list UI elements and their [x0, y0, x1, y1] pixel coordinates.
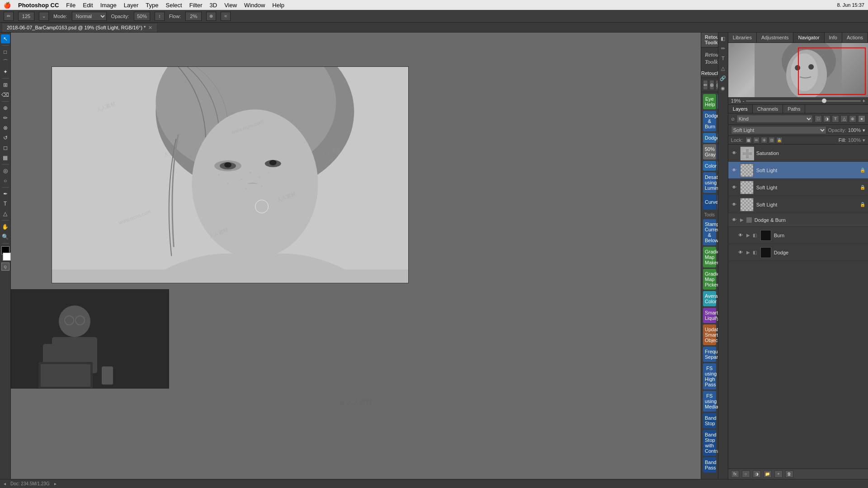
healing-icon-btn[interactable]: ⊕ — [709, 80, 714, 90]
menu-file[interactable]: File — [66, 2, 75, 9]
gradient-tool[interactable]: ▦ — [1, 153, 10, 162]
path-tool[interactable]: △ — [1, 209, 10, 218]
layer-visibility-softlight3[interactable]: 👁 — [731, 202, 737, 208]
clone-tool[interactable]: ⊗ — [1, 123, 10, 132]
tab-actions[interactable]: Actions — [842, 33, 868, 42]
desaturate-btn[interactable]: Desaturate using Luminosity — [703, 172, 716, 193]
menu-select[interactable]: Select — [165, 2, 182, 9]
filter-type-icon[interactable]: T — [832, 115, 839, 122]
layer-delete-btn[interactable]: 🗑 — [785, 470, 793, 478]
magic-wand-tool[interactable]: ✦ — [1, 67, 10, 76]
document-tab[interactable]: 2018-06-07_BarCamp0163.psd @ 19% (Soft L… — [2, 23, 157, 32]
layer-visibility-saturation[interactable]: 👁 — [731, 150, 737, 156]
layer-folder-btn[interactable]: 📁 — [764, 470, 772, 478]
tab-navigator[interactable]: Navigator — [793, 33, 824, 42]
airbrush-btn[interactable]: ⊕ — [206, 12, 216, 21]
layer-item-burn[interactable]: 👁 ▶ ◧ Burn — [728, 227, 868, 244]
eraser-tool[interactable]: ◻ — [1, 143, 10, 152]
ps-icon-brush[interactable]: ✏ — [719, 44, 727, 52]
crop-tool[interactable]: ⊞ — [1, 80, 10, 89]
layer-filter-select[interactable]: Kind — [736, 115, 813, 123]
blend-mode-select[interactable]: Soft Light Normal Multiply Screen — [731, 126, 826, 134]
frequency-sep-btn[interactable]: Frequency Separation — [703, 347, 716, 362]
layer-visibility-dodge-burn[interactable]: 👁 — [731, 217, 737, 223]
layer-group-dodge-burn[interactable]: 👁 ▶ Dodge & Burn — [728, 213, 868, 227]
tab-paths[interactable]: Paths — [783, 105, 805, 113]
nav-zoom-slider[interactable] — [746, 100, 860, 102]
layer-fx-btn[interactable]: fx — [731, 470, 739, 478]
filter-shape-icon[interactable]: △ — [840, 115, 848, 122]
nav-zoom-in-btn[interactable]: + — [863, 98, 865, 103]
gradient-map-maker-btn[interactable]: Gradient Map Maker — [703, 247, 716, 267]
opacity-input[interactable]: 50% — [134, 12, 150, 21]
menu-view[interactable]: View — [224, 2, 237, 9]
app-name[interactable]: Photoshop CC — [18, 2, 59, 9]
nav-zoom-out-btn[interactable]: - — [743, 98, 745, 103]
filter-adj-icon[interactable]: ◑ — [823, 115, 830, 122]
brush-tool[interactable]: ✏ — [1, 113, 10, 122]
tab-close-btn[interactable]: ✕ — [148, 25, 152, 31]
ps-icon-shape[interactable]: △ — [719, 64, 727, 72]
dodge-tool[interactable]: ○ — [1, 176, 10, 185]
eyedropper-tool[interactable]: ⌫ — [1, 90, 10, 99]
blur-tool[interactable]: ◎ — [1, 166, 10, 175]
lock-artboard-btn[interactable]: ⊡ — [769, 137, 775, 143]
layer-adj-btn[interactable]: ◑ — [753, 470, 761, 478]
menu-filter[interactable]: Filter — [189, 2, 203, 9]
layer-visibility-dodge[interactable]: 👁 — [737, 249, 744, 256]
quick-mask-btn[interactable]: Q — [1, 263, 9, 271]
layer-item-softlight-1[interactable]: 👁 Soft Light 🔒 — [728, 162, 868, 179]
color-btn[interactable]: Color — [703, 161, 716, 171]
dodge-burn-btn[interactable]: Dodge & Burn — [703, 111, 716, 131]
band-stop-btn[interactable]: Band Stop — [703, 413, 716, 428]
menu-layer[interactable]: Layer — [124, 2, 139, 9]
ps-icon-layers[interactable]: ◧ — [719, 34, 727, 42]
type-tool[interactable]: T — [1, 199, 10, 208]
fs-median-btn[interactable]: FS using Median — [703, 391, 716, 412]
band-pass-btn[interactable]: Band Pass — [703, 457, 716, 473]
brush-size-input[interactable]: 125 — [18, 12, 34, 21]
status-arrow-left[interactable]: ◂ — [4, 481, 6, 486]
ps-icon-color[interactable]: ◉ — [719, 84, 727, 92]
tab-channels[interactable]: Channels — [753, 105, 783, 113]
menu-help[interactable]: Help — [272, 2, 284, 9]
canvas-area[interactable]: 人人素材 人人素材 www.rrcns.com 人人素材 www.rrcns.c… — [11, 33, 701, 479]
lasso-tool[interactable]: ⌒ — [1, 57, 10, 66]
stamp-current-btn[interactable]: Stamp Current & Below — [703, 219, 716, 245]
layer-visibility-burn[interactable]: 👁 — [737, 232, 744, 239]
layer-mask-btn[interactable]: ○ — [742, 470, 750, 478]
menu-3d[interactable]: 3D — [210, 2, 217, 9]
tab-layers[interactable]: Layers — [728, 105, 753, 113]
tab-retouch[interactable]: Retouch — [701, 69, 718, 78]
brush-icon-btn[interactable]: ✏ — [703, 80, 708, 90]
fs-high-pass-btn[interactable]: FS using High Pass — [703, 363, 716, 389]
background-color[interactable] — [3, 253, 11, 261]
lock-image-btn[interactable]: ✏ — [753, 137, 760, 143]
layer-item-saturation[interactable]: 👁 Saturation — [728, 145, 868, 162]
brush-tool-btn[interactable]: ✏ — [4, 12, 14, 21]
menu-type[interactable]: Type — [146, 2, 158, 9]
apple-menu[interactable]: 🍎 — [4, 2, 11, 9]
layer-visibility-softlight1[interactable]: 👁 — [731, 167, 737, 174]
filter-smart-icon[interactable]: ⊕ — [849, 115, 856, 122]
layer-item-dodge[interactable]: 👁 ▶ ◧ Dodge — [728, 244, 868, 261]
lock-all-btn[interactable]: 🔒 — [776, 137, 783, 143]
menu-edit[interactable]: Edit — [83, 2, 93, 9]
ps-icon-text[interactable]: T — [719, 54, 727, 62]
mode-select[interactable]: Normal Soft Light Multiply — [72, 12, 107, 21]
layer-item-softlight-2[interactable]: 👁 Soft Light 🔒 — [728, 179, 868, 196]
layer-visibility-softlight2[interactable]: 👁 — [731, 184, 737, 191]
opacity-arrow[interactable]: ▾ — [863, 127, 865, 133]
zoom-tool[interactable]: 🔍 — [1, 232, 10, 241]
curves-btn[interactable]: Curves — [703, 194, 716, 210]
hand-tool[interactable]: ✋ — [1, 222, 10, 231]
group-arrow-dodge-burn[interactable]: ▶ — [740, 217, 744, 222]
band-stop-contrast-btn[interactable]: Band Stop with Contrast — [703, 430, 716, 456]
filter-pixel-icon[interactable]: □ — [815, 115, 822, 122]
marquee-tool[interactable]: □ — [1, 47, 10, 56]
average-color-btn[interactable]: Average Color — [703, 291, 716, 306]
flow-input[interactable]: 2% — [185, 12, 202, 21]
layer-item-softlight-3[interactable]: 👁 Soft Light 🔒 — [728, 196, 868, 213]
smoothing-btn[interactable]: ≈ — [221, 12, 231, 21]
pen-tool[interactable]: ✒ — [1, 189, 10, 198]
